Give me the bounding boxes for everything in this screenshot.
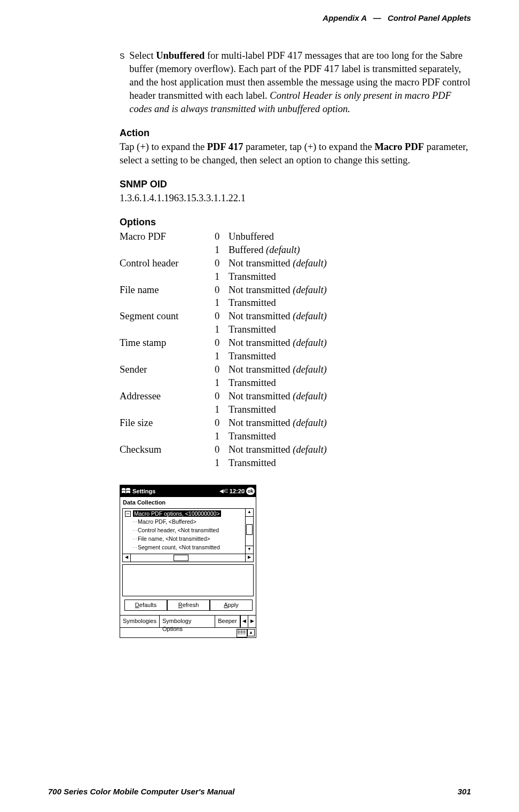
tree-item[interactable]: ⋯Segment count, <Not transmitted [125, 543, 245, 552]
keyboard-icon[interactable]: ▒▒▒▒▒▒ [237, 629, 247, 637]
tree-item[interactable]: ⋯Control header, <Not transmitted [125, 526, 245, 535]
scroll-left-icon[interactable]: ◀ [123, 554, 131, 562]
bullet-text: Select Unbuffered for multi-label PDF 41… [129, 49, 471, 116]
tab-symbologies[interactable]: Symbologies [120, 616, 160, 627]
snmp-heading: SNMP OID [120, 178, 471, 191]
hscroll-thumb[interactable] [174, 555, 188, 561]
options-table: Macro PDF0Unbuffered 1Buffered (default)… [120, 230, 331, 470]
snmp-value: 1.3.6.1.4.1.1963.15.3.3.1.1.22.1 [120, 192, 471, 205]
scroll-down-icon[interactable]: ▼ [246, 546, 253, 554]
table-row: Macro PDF0Unbuffered [120, 230, 331, 243]
ok-button[interactable]: ok [246, 487, 255, 495]
windows-flag-icon [121, 487, 131, 495]
tab-beeper[interactable]: Beeper [215, 616, 240, 627]
clock[interactable]: 12:20 [230, 487, 245, 495]
table-row: 1Transmitted [120, 323, 331, 336]
page-number: 301 [458, 787, 471, 796]
table-row: 1Transmitted [120, 350, 331, 363]
tab-bar: Symbologies Symbology Options Beeper ◀ ▶ [120, 615, 256, 627]
tree-item-selected[interactable]: –Macro PDF options, <100000000> [125, 510, 245, 518]
vertical-scrollbar[interactable]: ▲ ▼ [245, 509, 253, 554]
applet-title: Data Collection [120, 497, 256, 508]
scroll-right-icon[interactable]: ▶ [245, 554, 253, 562]
footer-title: 700 Series Color Mobile Computer User's … [48, 787, 235, 796]
tab-symbology-options[interactable]: Symbology Options [160, 616, 215, 627]
table-row: Addressee0Not transmitted (default) [120, 390, 331, 403]
table-row: File size0Not transmitted (default) [120, 416, 331, 430]
table-row: 1Transmitted [120, 430, 331, 443]
tree-item[interactable]: ⋯Macro PDF, <Buffered> [125, 518, 245, 526]
header-dash: — [373, 13, 381, 22]
action-heading: Action [120, 127, 471, 139]
bullet-glyph: S [120, 49, 124, 116]
action-text: Tap (+) to expand the PDF 417 parameter,… [120, 140, 471, 167]
table-row: File name0Not transmitted (default) [120, 283, 331, 297]
table-row: 1Transmitted [120, 403, 331, 416]
tree-view[interactable]: –Macro PDF options, <100000000> ⋯Macro P… [122, 508, 254, 554]
header-appendix: Appendix A [323, 13, 366, 22]
window-title: Settings [132, 487, 219, 495]
table-row: 1Transmitted [120, 270, 331, 283]
options-heading: Options [120, 216, 471, 228]
sip-up-icon[interactable]: ▲ [247, 629, 255, 636]
table-row: Segment count0Not transmitted (default) [120, 310, 331, 323]
scroll-up-icon[interactable]: ▲ [246, 509, 253, 517]
table-row: 1Transmitted [120, 296, 331, 310]
apply-button[interactable]: Apply [210, 600, 253, 611]
tree-item[interactable]: ⋯File name, <Not transmitted> [125, 535, 245, 543]
defaults-button[interactable]: Defaults [124, 600, 167, 611]
speaker-icon[interactable]: ◀∈ [219, 487, 229, 495]
page-footer: 700 Series Color Mobile Computer User's … [48, 787, 471, 796]
table-row: Control header0Not transmitted (default) [120, 257, 331, 270]
tab-scroll-left-icon[interactable]: ◀ [240, 616, 248, 627]
table-row: Sender0Not transmitted (default) [120, 363, 331, 376]
scroll-thumb[interactable] [246, 524, 253, 535]
bullet-item: S Select Unbuffered for multi-label PDF … [120, 49, 471, 116]
settings-window: Settings ◀∈ 12:20 ok Data Collection –Ma… [120, 485, 256, 638]
tab-scroll-right-icon[interactable]: ▶ [248, 616, 256, 627]
title-bar: Settings ◀∈ 12:20 ok [120, 485, 256, 497]
sip-bar: ▒▒▒▒▒▒ ▲ [120, 627, 256, 637]
table-row: Checksum0Not transmitted (default) [120, 443, 331, 456]
page-header: Appendix A — Control Panel Applets [48, 13, 471, 22]
refresh-button[interactable]: Refresh [167, 600, 210, 611]
header-title: Control Panel Applets [388, 13, 471, 22]
table-row: 1Buffered (default) [120, 243, 331, 257]
collapse-icon[interactable]: – [125, 511, 131, 517]
table-row: 1Transmitted [120, 456, 331, 470]
horizontal-scrollbar[interactable]: ◀ ▶ [122, 554, 254, 562]
table-row: 1Transmitted [120, 376, 331, 390]
detail-pane [122, 564, 254, 596]
table-row: Time stamp0Not transmitted (default) [120, 336, 331, 350]
